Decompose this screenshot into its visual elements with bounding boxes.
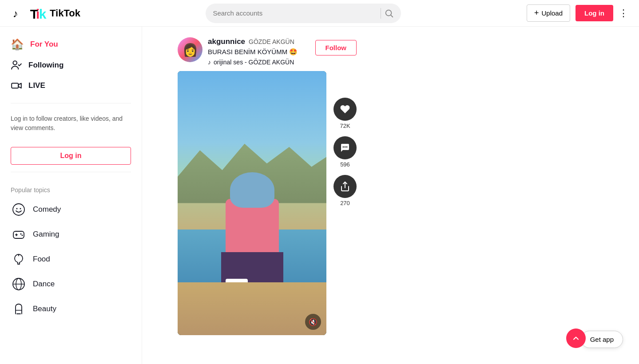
- video-player[interactable]: 🔇: [178, 71, 326, 335]
- logo[interactable]: ♪ T i k TikTok: [11, 4, 80, 22]
- like-action: 72K: [333, 98, 357, 129]
- sand-bg: [178, 282, 326, 335]
- video-info: akgunnice GÖZDE AKGÜN BURASI BENİM KÖYÜM…: [208, 37, 310, 66]
- svg-point-16: [22, 235, 23, 236]
- following-icon: [11, 59, 22, 71]
- search-button[interactable]: [384, 8, 394, 18]
- comment-icon: [340, 142, 350, 153]
- video-player-row: 🔇 72K: [178, 71, 357, 335]
- sidebar-item-for-you[interactable]: 🏠 For You: [0, 34, 142, 55]
- tiktok-brand-icon: T i k: [29, 4, 47, 22]
- like-count: 72K: [340, 123, 350, 129]
- sidebar-item-food[interactable]: Food: [0, 247, 142, 272]
- action-buttons: 72K 596: [333, 71, 357, 206]
- username[interactable]: akgunnice: [208, 37, 245, 46]
- video-caption: BURASI BENİM KÖYÜMM 🤩: [208, 48, 310, 56]
- popular-topics-heading: Popular topics: [0, 179, 142, 197]
- svg-point-10: [16, 208, 18, 210]
- svg-text:k: k: [39, 6, 47, 21]
- like-button[interactable]: [333, 98, 357, 121]
- sidebar-item-comedy[interactable]: Comedy: [0, 197, 142, 222]
- svg-point-23: [345, 146, 346, 148]
- main-nav: 🏠 For You Following LIVE: [0, 34, 142, 96]
- plus-icon: +: [534, 8, 539, 18]
- more-options-button[interactable]: ⋮: [619, 8, 628, 19]
- svg-point-7: [13, 61, 17, 65]
- share-action: 270: [333, 175, 357, 206]
- comment-action: 596: [333, 136, 357, 168]
- share-count: 270: [340, 200, 350, 206]
- video-feed: 👩 akgunnice GÖZDE AKGÜN BURASI BENİM KÖY…: [178, 37, 357, 335]
- person-figure: [217, 172, 288, 288]
- upload-button[interactable]: + Upload: [527, 4, 570, 22]
- sidebar-item-dance[interactable]: Dance: [0, 272, 142, 297]
- svg-point-24: [346, 146, 348, 148]
- svg-point-15: [20, 233, 22, 235]
- music-icon: ♪: [208, 59, 211, 66]
- main-content: 👩 akgunnice GÖZDE AKGÜN BURASI BENİM KÖY…: [142, 27, 639, 346]
- search-input[interactable]: [213, 9, 377, 17]
- svg-point-9: [13, 204, 24, 215]
- svg-point-11: [20, 208, 21, 210]
- dance-icon: [11, 276, 27, 292]
- live-icon: [11, 80, 22, 91]
- search-divider: [381, 8, 381, 19]
- arrow-up-icon: [572, 334, 580, 343]
- svg-text:♪: ♪: [13, 8, 18, 20]
- header: ♪ T i k TikTok + Upload Log in ⋮: [0, 0, 639, 27]
- video-background: [178, 71, 326, 335]
- comedy-icon: [11, 202, 27, 218]
- header-right: + Upload Log in ⋮: [527, 4, 628, 22]
- svg-line-6: [391, 15, 393, 17]
- food-icon: [11, 251, 27, 267]
- share-icon: [340, 181, 350, 192]
- topics-divider: [11, 172, 131, 172]
- username-row: akgunnice GÖZDE AKGÜN: [208, 37, 310, 46]
- home-icon: 🏠: [11, 38, 24, 51]
- avatar[interactable]: 👩: [178, 37, 202, 62]
- music-row: ♪ orijinal ses - GÖZDE AKGÜN: [208, 59, 310, 66]
- mute-button[interactable]: 🔇: [305, 314, 321, 330]
- nav-divider: [11, 103, 131, 103]
- sidebar-login-button[interactable]: Log in: [11, 147, 131, 165]
- tiktok-icon: ♪: [11, 5, 27, 21]
- sidebar-item-gaming[interactable]: Gaming: [0, 222, 142, 247]
- follow-button[interactable]: Follow: [315, 40, 357, 55]
- video-metadata: 👩 akgunnice GÖZDE AKGÜN BURASI BENİM KÖY…: [178, 37, 357, 66]
- login-promo-text: Log in to follow creators, like videos, …: [0, 111, 142, 142]
- comment-count: 596: [340, 161, 350, 168]
- music-name[interactable]: orijinal ses - GÖZDE AKGÜN: [214, 59, 294, 66]
- search-bar: [206, 4, 401, 23]
- sidebar-item-beauty[interactable]: Beauty: [0, 297, 142, 321]
- search-icon: [384, 8, 394, 18]
- scroll-top-button[interactable]: [566, 328, 586, 348]
- sidebar: 🏠 For You Following LIVE Lo: [0, 27, 142, 364]
- sidebar-item-following[interactable]: Following: [0, 55, 142, 75]
- svg-rect-8: [12, 83, 18, 88]
- svg-point-22: [343, 146, 344, 148]
- logo-text: TikTok: [50, 8, 80, 19]
- gaming-icon: [11, 226, 27, 242]
- sidebar-item-live[interactable]: LIVE: [0, 75, 142, 96]
- heart-icon: [340, 104, 350, 115]
- login-button[interactable]: Log in: [575, 5, 613, 21]
- share-button[interactable]: [333, 175, 357, 198]
- display-name: GÖZDE AKGÜN: [249, 38, 294, 45]
- get-app-button[interactable]: Get app: [581, 331, 623, 348]
- comment-button[interactable]: [333, 136, 357, 159]
- beauty-icon: [11, 301, 27, 317]
